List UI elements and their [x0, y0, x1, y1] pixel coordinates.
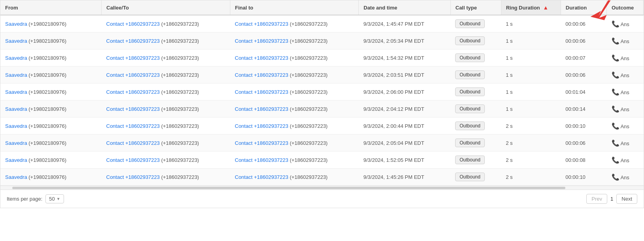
pagination-section: Prev 1 Next	[586, 194, 637, 204]
calltype-badge: Outbound	[455, 121, 485, 130]
cell-ring-duration: 1 s	[501, 32, 561, 49]
cell-calltype: Outbound	[450, 66, 501, 83]
calltype-badge: Outbound	[455, 19, 485, 28]
phone-icon: 📞	[612, 55, 620, 61]
finalto-number: (+18602937223)	[290, 55, 328, 61]
table-row: Saavedra (+19802180976)Contact +18602937…	[0, 118, 644, 135]
from-name-link[interactable]: Saavedra	[5, 140, 27, 146]
outcome-text: Ans	[620, 38, 629, 44]
finalto-link[interactable]: Contact +18602937223	[235, 157, 288, 163]
callee-link[interactable]: Contact +18602937223	[106, 55, 160, 61]
prev-button[interactable]: Prev	[586, 194, 607, 204]
table-body: Saavedra (+19802180976)Contact +18602937…	[0, 15, 644, 186]
finalto-link[interactable]: Contact +18602937223	[235, 174, 288, 180]
col-header-calltype-label: Call type	[456, 5, 477, 11]
cell-datetime: 9/3/2024, 2:06:00 PM EDT	[359, 83, 451, 101]
callee-link[interactable]: Contact +18602937223	[106, 38, 160, 44]
from-name-link[interactable]: Saavedra	[5, 72, 27, 78]
cell-from: Saavedra (+19802180976)	[0, 118, 102, 135]
col-header-calltype[interactable]: Call type	[450, 0, 501, 15]
cell-datetime: 9/3/2024, 1:45:26 PM EDT	[359, 169, 451, 186]
from-name-link[interactable]: Saavedra	[5, 21, 27, 27]
horizontal-scrollbar[interactable]	[0, 186, 644, 190]
next-button[interactable]: Next	[616, 194, 637, 204]
callee-link[interactable]: Contact +18602937223	[106, 157, 160, 163]
cell-outcome: 📞 Ans	[607, 135, 644, 152]
from-number: (+19802180976)	[28, 157, 66, 163]
table-row: Saavedra (+19802180976)Contact +18602937…	[0, 49, 644, 66]
cell-finalto: Contact +18602937223 (+18602937223)	[230, 49, 359, 66]
from-name-link[interactable]: Saavedra	[5, 89, 27, 95]
cell-finalto: Contact +18602937223 (+18602937223)	[230, 83, 359, 101]
finalto-number: (+18602937223)	[290, 72, 328, 78]
table-row: Saavedra (+19802180976)Contact +18602937…	[0, 169, 644, 186]
col-header-finalto-label: Final to	[235, 5, 253, 11]
callee-number: (+18602937223)	[161, 123, 199, 129]
from-name-link[interactable]: Saavedra	[5, 174, 27, 180]
col-header-ringduration-label: Ring Duration	[506, 5, 540, 11]
calltype-badge: Outbound	[455, 53, 485, 62]
outcome-text: Ans	[620, 140, 629, 146]
cell-calltype: Outbound	[450, 152, 501, 169]
col-header-datetime[interactable]: Date and time	[359, 0, 451, 15]
callee-link[interactable]: Contact +18602937223	[106, 123, 160, 129]
cell-duration: 00:01:04	[561, 83, 606, 101]
phone-icon: 📞	[612, 89, 620, 95]
finalto-link[interactable]: Contact +18602937223	[235, 106, 288, 112]
callee-number: (+18602937223)	[161, 89, 199, 95]
cell-datetime: 9/3/2024, 2:04:12 PM EDT	[359, 101, 451, 118]
col-header-duration[interactable]: Duration	[561, 0, 606, 15]
from-name-link[interactable]: Saavedra	[5, 55, 27, 61]
from-name-link[interactable]: Saavedra	[5, 38, 27, 44]
cell-callee: Contact +18602937223 (+18602937223)	[102, 83, 230, 101]
outcome-text: Ans	[620, 55, 629, 61]
cell-duration: 00:00:14	[561, 101, 606, 118]
callee-link[interactable]: Contact +18602937223	[106, 21, 160, 27]
outcome-text: Ans	[620, 175, 629, 180]
scrollbar-thumb[interactable]	[12, 187, 565, 189]
cell-callee: Contact +18602937223 (+18602937223)	[102, 118, 230, 135]
cell-from: Saavedra (+19802180976)	[0, 135, 102, 152]
cell-datetime: 9/3/2024, 1:52:05 PM EDT	[359, 152, 451, 169]
col-header-ringduration[interactable]: Ring Duration ▲	[501, 0, 561, 15]
cell-finalto: Contact +18602937223 (+18602937223)	[230, 101, 359, 118]
cell-ring-duration: 2 s	[501, 118, 561, 135]
cell-outcome: 📞 Ans	[607, 152, 644, 169]
callee-link[interactable]: Contact +18602937223	[106, 89, 160, 95]
table-row: Saavedra (+19802180976)Contact +18602937…	[0, 152, 644, 169]
per-page-select[interactable]: 50 ▼	[45, 194, 64, 203]
outcome-text: Ans	[620, 123, 629, 129]
callee-link[interactable]: Contact +18602937223	[106, 140, 160, 146]
from-number: (+19802180976)	[28, 72, 66, 78]
finalto-link[interactable]: Contact +18602937223	[235, 55, 288, 61]
cell-ring-duration: 2 s	[501, 169, 561, 186]
table-row: Saavedra (+19802180976)Contact +18602937…	[0, 101, 644, 118]
callee-number: (+18602937223)	[161, 174, 199, 180]
phone-icon: 📞	[612, 106, 620, 112]
col-header-from-label: From	[5, 5, 18, 11]
finalto-number: (+18602937223)	[290, 38, 328, 44]
finalto-link[interactable]: Contact +18602937223	[235, 38, 288, 44]
col-header-outcome[interactable]: Outcome	[607, 0, 644, 15]
table-header-row: From Callee/To Final to Date and time Ca…	[0, 0, 644, 15]
from-name-link[interactable]: Saavedra	[5, 157, 27, 163]
from-name-link[interactable]: Saavedra	[5, 123, 27, 129]
cell-calltype: Outbound	[450, 135, 501, 152]
col-header-finalto[interactable]: Final to	[230, 0, 359, 15]
col-header-outcome-label: Outcome	[612, 5, 634, 11]
callee-link[interactable]: Contact +18602937223	[106, 174, 160, 180]
col-header-from[interactable]: From	[0, 0, 102, 15]
col-header-callee[interactable]: Callee/To	[102, 0, 230, 15]
finalto-link[interactable]: Contact +18602937223	[235, 72, 288, 78]
finalto-link[interactable]: Contact +18602937223	[235, 89, 288, 95]
finalto-link[interactable]: Contact +18602937223	[235, 21, 288, 27]
from-name-link[interactable]: Saavedra	[5, 106, 27, 112]
finalto-link[interactable]: Contact +18602937223	[235, 140, 288, 146]
table-row: Saavedra (+19802180976)Contact +18602937…	[0, 83, 644, 101]
callee-link[interactable]: Contact +18602937223	[106, 106, 160, 112]
cell-calltype: Outbound	[450, 32, 501, 49]
outcome-text: Ans	[620, 89, 629, 95]
callee-link[interactable]: Contact +18602937223	[106, 72, 160, 78]
finalto-link[interactable]: Contact +18602937223	[235, 123, 288, 129]
cell-outcome: 📞 Ans	[607, 101, 644, 118]
